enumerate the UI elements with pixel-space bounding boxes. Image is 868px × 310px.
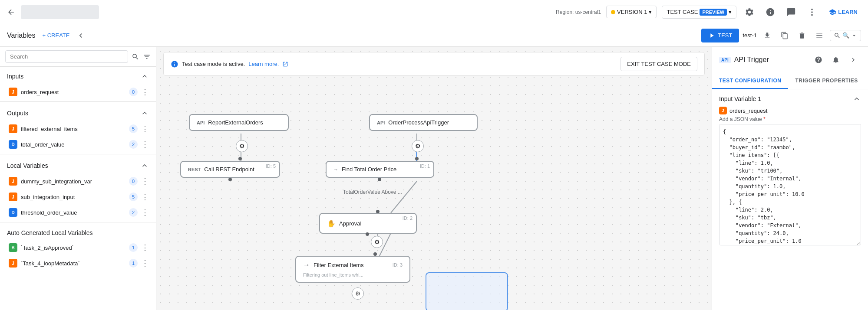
version-chevron-icon: ▾ [649,9,652,15]
list-item[interactable]: J `Task_4_loopMetadata` 1 ⋮ [0,255,156,271]
banner-info-icon [171,60,178,68]
zoom-label: 🔍 [842,32,849,39]
json-value-textarea[interactable]: { "order_no": "12345", "buyer_id": "raam… [719,124,861,245]
copy-button[interactable] [778,29,792,42]
var-badge: 1 [129,259,138,268]
more-options-button[interactable] [804,4,820,20]
list-item[interactable]: J dummy_sub_integration_var 0 ⋮ [0,173,156,189]
local-vars-collapse-icon[interactable] [140,161,149,170]
var-entry-type-icon: J [719,107,727,114]
var-menu-icon[interactable]: ⋮ [141,87,149,97]
find-total-order-price-node[interactable]: → Find Total Order Price ID: 1 [326,161,434,178]
gear-icon-4[interactable]: ⚙ [352,287,364,300]
list-item[interactable]: J sub_integration_input 5 ⋮ [0,189,156,205]
node-label: ReportExternalOrders [208,119,263,126]
zoom-button[interactable]: 🔍 [830,30,861,41]
node-label: Find Total Order Price [342,166,396,173]
expand-button[interactable] [845,52,861,68]
node-type-label: → [333,167,338,172]
help-button[interactable] [811,52,826,68]
local-vars-title: Local Variables [7,162,48,169]
var-badge: 0 [129,177,138,186]
back-button[interactable] [7,8,16,16]
tab-test-configuration[interactable]: TEST CONFIGURATION [712,73,788,89]
version-button[interactable]: VERSION 1 ▾ [606,6,657,18]
comment-button[interactable] [783,4,799,20]
input-var-title: Input Variable 1 [719,95,761,102]
test-run-button[interactable]: TEST [701,29,739,42]
variables-title: Variables [7,32,36,39]
var-entry: J orders_request Add a JSON value * { "o… [719,107,861,247]
var-badge: 5 [129,193,138,201]
search-icon [132,53,139,61]
banner-text: Test case mode is active. [182,61,245,67]
learn-button[interactable]: LEARN [825,7,861,18]
var-menu-icon[interactable]: ⋮ [141,192,149,202]
menu-button[interactable] [812,29,826,42]
var-name: total_order_value [21,141,125,148]
connector-dot [238,157,242,160]
var-menu-icon[interactable]: ⋮ [141,258,149,268]
left-panel: Inputs J orders_request 0 ⋮ Outputs J fi… [0,47,156,310]
settings-button[interactable] [742,4,757,20]
var-menu-icon[interactable]: ⋮ [141,208,149,217]
test-case-button[interactable]: TEST CASE PREVIEW ▾ [662,6,736,19]
var-menu-icon[interactable]: ⋮ [141,176,149,186]
filter-external-items-node[interactable]: → Filter External Items ID: 3 Filtering … [295,256,410,283]
info-button[interactable] [762,4,778,20]
learn-more-link[interactable]: Learn more. [248,61,279,67]
download-button[interactable] [760,29,774,42]
test-run-label: TEST [718,32,732,39]
node-id-label: ID: 5 [266,163,276,169]
list-item[interactable]: D threshold_order_value 2 ⋮ [0,205,156,220]
var-badge: 2 [129,140,138,149]
list-item[interactable]: J filtered_external_items 5 ⋮ [0,121,156,137]
collapse-panel-button[interactable] [76,31,85,40]
outputs-collapse-icon[interactable] [140,109,149,117]
inputs-section-header: Inputs [0,67,156,84]
exit-test-case-button[interactable]: EXIT TEST CASE MODE [620,57,697,71]
report-external-orders-node[interactable]: API ReportExternalOrders [189,114,289,131]
preview-badge: PREVIEW [700,9,727,16]
order-process-api-trigger-node[interactable]: API OrderProcessApiTrigger [369,114,478,131]
canvas-area[interactable]: Test case mode is active. Learn more. EX… [156,47,712,310]
api-badge: API [719,57,731,63]
approval-node[interactable]: ✋ Approval ID: 2 [319,213,417,234]
version-label: VERSION 1 [617,9,647,15]
list-item[interactable]: D total_order_value 2 ⋮ [0,137,156,152]
node-label: Call REST Endpoint [204,166,254,173]
filter-icon[interactable] [143,53,151,61]
blue-node[interactable] [426,272,508,310]
var-menu-icon[interactable]: ⋮ [141,243,149,252]
var-name: `Task_2_isApproved` [21,245,125,251]
call-rest-endpoint-node[interactable]: REST Call REST Endpoint ID: 5 [180,161,280,178]
create-button[interactable]: + CREATE [39,30,73,40]
auto-vars-section-header: Auto Generated Local Variables [0,224,156,240]
list-item[interactable]: B `Task_2_isApproved` 1 ⋮ [0,240,156,255]
gear-icon-1[interactable]: ⚙ [236,140,248,152]
var-entry-name-row: J orders_request [719,107,861,114]
test-action-bar: TEST test-1 [701,29,826,42]
var-name: dummy_sub_integration_var [21,178,125,185]
notification-button[interactable] [828,52,844,68]
collapse-section-icon[interactable] [852,95,861,103]
delete-button[interactable] [795,29,809,42]
connector-dot [373,252,377,256]
tab-trigger-properties[interactable]: TRIGGER PROPERTIES [788,73,865,89]
inputs-collapse-icon[interactable] [140,72,149,81]
gear-icon-2[interactable]: ⚙ [412,140,424,152]
gear-icon-3[interactable]: ⚙ [371,236,383,248]
preview-chevron-icon: ▾ [729,9,732,15]
var-menu-icon[interactable]: ⋮ [141,124,149,134]
search-input[interactable] [5,50,128,63]
var-menu-icon[interactable]: ⋮ [141,140,149,149]
var-type-icon: B [9,243,17,252]
node-id-label: ID: 2 [403,215,413,221]
input-var-header: Input Variable 1 [719,95,861,103]
auto-vars-title: Auto Generated Local Variables [7,229,92,236]
test-banner: Test case mode is active. Learn more. EX… [163,52,705,76]
list-item[interactable]: J orders_request 0 ⋮ [0,84,156,100]
outputs-title: Outputs [7,110,28,117]
region-label: Region: us-central1 [556,9,601,15]
var-type-icon: D [9,140,17,149]
